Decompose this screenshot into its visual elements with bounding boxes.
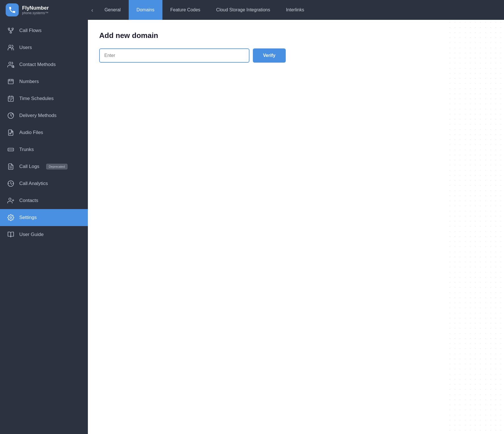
svg-point-32 — [9, 198, 11, 200]
sidebar-item-trunks[interactable]: Trunks — [0, 141, 88, 158]
sidebar-item-label-time-schedules: Time Schedules — [19, 96, 54, 101]
svg-rect-24 — [8, 148, 14, 151]
sidebar-item-contacts[interactable]: Contacts — [0, 192, 88, 209]
user-guide-icon — [7, 231, 15, 239]
call-flows-icon — [7, 27, 15, 35]
time-schedules-icon — [7, 95, 15, 103]
sidebar-item-label-call-flows: Call Flows — [19, 28, 41, 33]
sidebar-item-label-users: Users — [19, 45, 32, 50]
nav-tab-cloud-storage[interactable]: Cloud Storage Integrations — [208, 0, 278, 20]
nav-tab-interlinks[interactable]: Interlinks — [278, 0, 312, 20]
sidebar-item-settings[interactable]: Settings — [0, 209, 88, 226]
sidebar-item-numbers[interactable]: Numbers — [0, 73, 88, 90]
sidebar-item-label-delivery-methods: Delivery Methods — [19, 113, 56, 118]
svg-point-8 — [9, 62, 11, 64]
nav-tab-feature-codes[interactable]: Feature Codes — [162, 0, 208, 20]
nav-tabs: GeneralDomainsFeature CodesCloud Storage… — [97, 0, 504, 20]
nav-back-button[interactable]: ‹ — [88, 7, 97, 13]
sidebar: Call FlowsUsersContact MethodsNumbersTim… — [0, 20, 88, 434]
audio-files-icon — [7, 129, 15, 137]
sidebar-item-delivery-methods[interactable]: Delivery Methods — [0, 107, 88, 124]
app-logo — [6, 3, 19, 16]
trunks-icon — [7, 146, 15, 154]
users-icon — [7, 44, 15, 52]
numbers-icon — [7, 78, 15, 86]
sidebar-item-label-audio-files: Audio Files — [19, 130, 43, 135]
sidebar-item-user-guide[interactable]: User Guide — [0, 226, 88, 243]
svg-rect-11 — [8, 79, 13, 84]
sidebar-item-label-user-guide: User Guide — [19, 232, 44, 237]
sidebar-item-call-logs[interactable]: Call LogsDeprecated — [0, 158, 88, 175]
dotted-background — [447, 20, 504, 434]
top-nav: FlyNumber phone.systems™ ‹ GeneralDomain… — [0, 0, 504, 20]
call-logs-icon — [7, 163, 15, 171]
logo-area: FlyNumber phone.systems™ — [0, 3, 88, 16]
sidebar-item-label-contact-methods: Contact Methods — [19, 62, 56, 67]
logo-text: FlyNumber phone.systems™ — [22, 5, 49, 15]
content-area: Add new domain Verify — [88, 20, 504, 434]
verify-button[interactable]: Verify — [253, 48, 286, 63]
sidebar-item-label-call-logs: Call Logs — [19, 164, 39, 169]
sidebar-item-label-trunks: Trunks — [19, 147, 34, 152]
call-analytics-icon — [7, 180, 15, 188]
sidebar-item-audio-files[interactable]: Audio Files — [0, 124, 88, 141]
delivery-methods-icon — [7, 112, 15, 120]
deprecated-badge-call-logs: Deprecated — [46, 164, 67, 169]
domain-input[interactable] — [99, 48, 249, 63]
sidebar-item-time-schedules[interactable]: Time Schedules — [0, 90, 88, 107]
contact-methods-icon — [7, 61, 15, 69]
settings-icon — [7, 214, 15, 222]
page-title: Add new domain — [99, 31, 493, 40]
contacts-icon — [7, 197, 15, 205]
nav-tab-domains[interactable]: Domains — [129, 0, 162, 20]
domain-form: Verify — [99, 48, 493, 63]
app-subtitle: phone.systems™ — [22, 11, 49, 15]
sidebar-item-call-analytics[interactable]: Call Analytics — [0, 175, 88, 192]
app-name: FlyNumber — [22, 5, 49, 11]
svg-point-35 — [10, 217, 12, 218]
sidebar-item-label-contacts: Contacts — [19, 198, 38, 203]
sidebar-item-label-call-analytics: Call Analytics — [19, 181, 48, 186]
svg-point-7 — [9, 45, 11, 47]
sidebar-item-label-numbers: Numbers — [19, 79, 39, 84]
main-layout: Call FlowsUsersContact MethodsNumbersTim… — [0, 20, 504, 434]
sidebar-item-users[interactable]: Users — [0, 39, 88, 56]
sidebar-item-contact-methods[interactable]: Contact Methods — [0, 56, 88, 73]
nav-tab-general[interactable]: General — [97, 0, 129, 20]
sidebar-item-label-settings: Settings — [19, 215, 37, 220]
sidebar-item-call-flows[interactable]: Call Flows — [0, 22, 88, 39]
svg-rect-18 — [8, 96, 13, 101]
